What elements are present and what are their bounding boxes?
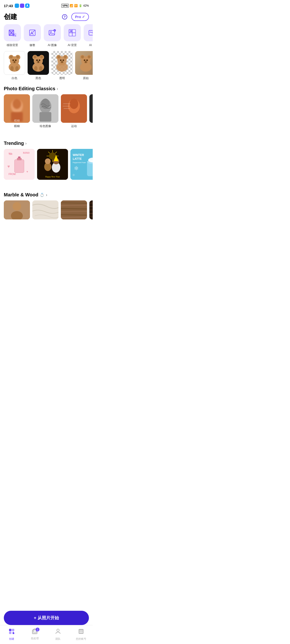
svg-point-55 bbox=[61, 61, 63, 62]
svg-text:xoxo: xoxo bbox=[23, 151, 30, 154]
svg-point-12 bbox=[50, 31, 52, 33]
svg-point-32 bbox=[11, 66, 14, 71]
tool-ai-bg[interactable]: AI 背景 bbox=[64, 24, 81, 47]
tool-retouch[interactable]: 修整 bbox=[24, 24, 41, 47]
card-img-blur: 模糊 bbox=[4, 94, 30, 123]
trending-card-perfume[interactable]: TO: xoxo ♥ ♥ FROM: bbox=[4, 149, 35, 180]
bg-label-transparent: 透明 bbox=[59, 76, 65, 80]
card-painting[interactable]: 绘色图像 bbox=[32, 94, 59, 128]
trending-arrow[interactable]: › bbox=[25, 141, 26, 146]
marble-title: Marble & Wood bbox=[4, 192, 38, 198]
marble-card-dark[interactable] bbox=[89, 200, 93, 220]
tools-scroll: 移除背景 修整 bbox=[0, 24, 93, 47]
svg-text:Happy New Year: Happy New Year bbox=[45, 176, 60, 178]
photo-editing-arrow[interactable]: › bbox=[57, 87, 58, 91]
svg-point-65 bbox=[85, 61, 86, 62]
vpn-label: VPN bbox=[61, 4, 69, 8]
tool-ai-more[interactable]: AI 图 bbox=[84, 24, 93, 47]
svg-rect-113 bbox=[87, 162, 93, 176]
tool-label-remove-bg: 移除背景 bbox=[7, 43, 18, 47]
app-icon-2 bbox=[20, 4, 24, 8]
header: 创建 ? Pro ✓ bbox=[0, 10, 93, 24]
marble-card-marble[interactable] bbox=[32, 200, 59, 220]
trending-card-winter[interactable]: ❄ ❄ ❄ WINTER LATTE Peppermint Foam bbox=[70, 149, 93, 180]
svg-point-52 bbox=[60, 59, 62, 61]
marble-card-portrait[interactable] bbox=[4, 200, 30, 220]
card-desaturate[interactable]: 低饱和 bbox=[89, 94, 93, 128]
svg-line-147 bbox=[89, 216, 93, 216]
pro-button[interactable]: Pro ✓ bbox=[71, 13, 89, 21]
svg-point-10 bbox=[33, 31, 34, 32]
svg-rect-91 bbox=[18, 156, 21, 158]
svg-point-27 bbox=[17, 56, 19, 58]
status-app-icons bbox=[15, 4, 30, 8]
svg-point-28 bbox=[12, 59, 14, 61]
card-img-desaturate bbox=[89, 94, 93, 123]
svg-text:模糊: 模糊 bbox=[14, 119, 20, 122]
bg-img-white bbox=[4, 51, 25, 75]
svg-point-51 bbox=[64, 56, 67, 58]
svg-rect-74 bbox=[40, 112, 51, 122]
status-bar: 17:43 VPN 📶 🛜 🔋 42% bbox=[0, 0, 93, 10]
page-title: 创建 bbox=[4, 12, 17, 21]
photo-editing-title: Photo Editing Classics bbox=[4, 86, 55, 92]
trending-title: Trending bbox=[4, 140, 24, 146]
trending-cards: TO: xoxo ♥ ♥ FROM: bbox=[0, 149, 93, 180]
svg-rect-89 bbox=[15, 160, 24, 173]
svg-point-63 bbox=[86, 59, 88, 61]
trending-header: Trending › bbox=[0, 140, 93, 146]
bg-example-original[interactable]: 原始 bbox=[75, 51, 93, 80]
svg-line-136 bbox=[61, 203, 87, 203]
svg-point-29 bbox=[15, 59, 17, 61]
tool-label-ai-more: AI 图 bbox=[89, 43, 93, 47]
pro-label: Pro ✓ bbox=[75, 15, 85, 19]
bg-example-transparent[interactable]: 透明 bbox=[51, 51, 73, 80]
help-button[interactable]: ? bbox=[60, 12, 69, 21]
svg-point-104 bbox=[45, 158, 51, 164]
bg-example-white[interactable]: 白色 bbox=[4, 51, 25, 80]
bg-example-black[interactable]: 黑色 bbox=[28, 51, 49, 80]
header-actions: ? Pro ✓ bbox=[60, 12, 89, 21]
svg-line-140 bbox=[61, 215, 87, 215]
app-icon-3 bbox=[25, 4, 30, 8]
svg-rect-18 bbox=[69, 33, 72, 36]
tool-icon-box-retouch bbox=[24, 24, 41, 41]
svg-point-61 bbox=[88, 56, 91, 58]
svg-point-50 bbox=[57, 56, 60, 58]
tool-icon-box-ai-more bbox=[84, 24, 93, 41]
svg-text:❄: ❄ bbox=[72, 173, 75, 177]
tool-remove-bg[interactable]: 移除背景 bbox=[4, 24, 21, 47]
svg-line-143 bbox=[89, 203, 93, 203]
tool-label-ai-image: AI 图像 bbox=[48, 43, 57, 47]
card-label-motion: 运动 bbox=[71, 124, 77, 128]
svg-text:❄: ❄ bbox=[74, 165, 79, 172]
tool-icon-box-ai-bg bbox=[64, 24, 81, 41]
trending-card-newyear[interactable]: Happy New Year bbox=[37, 149, 68, 180]
svg-point-33 bbox=[16, 66, 19, 71]
marble-arrow[interactable]: › bbox=[46, 193, 47, 197]
card-blur[interactable]: 模糊 模糊 bbox=[4, 94, 30, 128]
svg-rect-19 bbox=[72, 33, 76, 36]
card-motion[interactable]: 运动 bbox=[61, 94, 87, 128]
svg-point-38 bbox=[34, 56, 36, 58]
battery-pct: 42% bbox=[83, 4, 89, 7]
svg-text:Peppermint Foam: Peppermint Foam bbox=[73, 162, 86, 164]
svg-point-132 bbox=[13, 202, 21, 211]
svg-line-145 bbox=[89, 210, 93, 210]
svg-point-41 bbox=[39, 59, 41, 61]
svg-point-77 bbox=[70, 98, 78, 109]
svg-line-146 bbox=[89, 214, 93, 214]
status-right-icons: VPN 📶 🛜 🔋 42% bbox=[61, 4, 89, 8]
marble-card-texture[interactable] bbox=[61, 200, 87, 220]
svg-point-62 bbox=[84, 59, 85, 61]
tool-icon-box-remove-bg bbox=[4, 24, 21, 41]
bg-img-original bbox=[75, 51, 93, 75]
svg-line-144 bbox=[89, 206, 93, 207]
svg-text:TO:: TO: bbox=[9, 153, 13, 155]
tool-ai-image[interactable]: + AI 图像 bbox=[44, 24, 61, 47]
tool-label-retouch: 修整 bbox=[30, 43, 35, 47]
svg-line-137 bbox=[61, 205, 87, 206]
marble-cards bbox=[0, 200, 93, 220]
marble-emoji: 💍 bbox=[40, 192, 45, 197]
svg-text:FROM:: FROM: bbox=[9, 173, 16, 176]
